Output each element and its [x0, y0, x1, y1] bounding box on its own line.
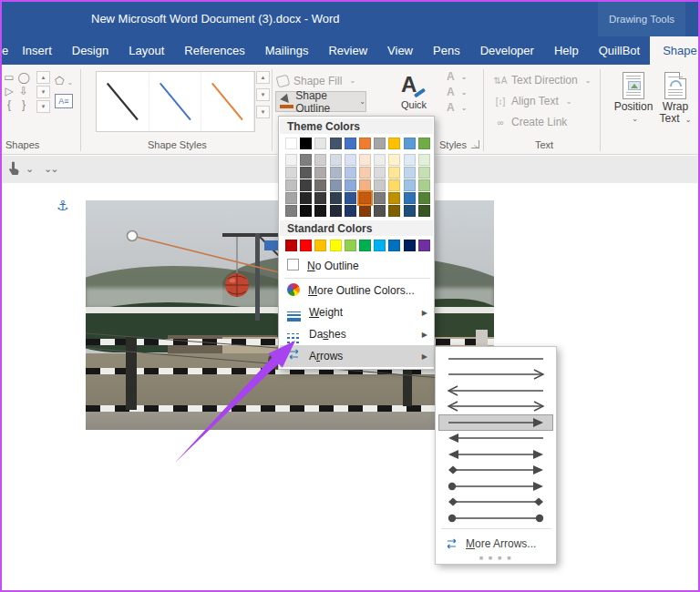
edit-shape-button[interactable]: ⬠⌄	[55, 72, 73, 88]
color-swatch[interactable]	[345, 154, 356, 166]
color-swatch[interactable]	[374, 138, 386, 149]
align-text-button[interactable]: [↕] Align Text⌄	[494, 95, 572, 107]
tab-insert[interactable]: Insert	[12, 36, 62, 65]
menu-item-dashes[interactable]: Dashes▶	[280, 323, 434, 345]
text-outline-button[interactable]: A⌄	[447, 86, 467, 98]
color-swatch[interactable]	[330, 154, 342, 166]
color-swatch[interactable]	[418, 138, 430, 149]
color-swatch[interactable]	[404, 240, 416, 251]
color-swatch[interactable]	[359, 240, 371, 251]
color-swatch[interactable]	[330, 138, 342, 149]
color-swatch[interactable]	[330, 205, 342, 217]
color-swatch[interactable]	[404, 167, 416, 179]
collapse-ribbon-icon[interactable]: ⌄⌄	[44, 163, 57, 175]
shape-outline-button[interactable]: Shape Outline⌄	[275, 91, 366, 112]
shape-styles-gallery[interactable]	[96, 71, 255, 132]
color-swatch[interactable]	[330, 240, 342, 251]
color-swatch[interactable]	[374, 192, 386, 204]
tab-references[interactable]: References	[174, 36, 254, 65]
color-swatch[interactable]	[285, 240, 297, 251]
color-swatch[interactable]	[314, 192, 326, 204]
tab-layout[interactable]: Layout	[118, 36, 174, 65]
color-swatch[interactable]	[388, 154, 400, 166]
color-swatch[interactable]	[300, 179, 312, 191]
rectangle-shape-icon[interactable]: ▭	[2, 70, 16, 84]
color-swatch[interactable]	[404, 192, 416, 204]
color-swatch[interactable]	[285, 179, 297, 191]
wordart-dialog-launcher-icon[interactable]	[471, 140, 479, 148]
triangle-shape-icon[interactable]: ▷	[2, 84, 16, 97]
arrow-style-10[interactable]	[438, 495, 553, 511]
tab-help[interactable]: Help	[544, 36, 589, 65]
color-swatch[interactable]	[359, 138, 371, 149]
color-swatch[interactable]	[404, 154, 416, 166]
color-swatch[interactable]	[359, 179, 371, 191]
color-swatch[interactable]	[285, 205, 297, 217]
color-swatch[interactable]	[418, 240, 430, 251]
styles-scroll-up-button[interactable]: ▴	[256, 71, 270, 84]
color-swatch[interactable]	[404, 138, 416, 149]
color-swatch[interactable]	[374, 167, 386, 179]
color-swatch[interactable]	[314, 205, 326, 217]
color-swatch[interactable]	[345, 205, 356, 217]
tab-review[interactable]: Review	[318, 36, 377, 65]
shape-fill-button[interactable]: Shape Fill⌄	[277, 72, 361, 89]
arrow-style-1[interactable]	[438, 351, 553, 367]
color-swatch[interactable]	[388, 138, 400, 149]
color-swatch[interactable]	[345, 240, 356, 251]
arrow-style-3[interactable]	[438, 383, 553, 399]
wrap-text-button[interactable]: WrapText ⌄	[653, 72, 698, 126]
color-swatch[interactable]	[330, 179, 342, 191]
arrow-style-5[interactable]	[438, 414, 553, 431]
color-swatch[interactable]	[404, 179, 416, 191]
menu-item-no-outline[interactable]: No Outline	[280, 255, 434, 277]
color-swatch[interactable]	[300, 138, 312, 149]
brace-left-shape-icon[interactable]: {	[2, 97, 16, 111]
styles-scroll-down-button[interactable]: ▾	[256, 88, 270, 101]
color-swatch[interactable]	[359, 167, 371, 179]
shapes-scroll-down-button[interactable]: ▾	[36, 86, 50, 98]
brace-right-shape-icon[interactable]: }	[16, 97, 31, 111]
tab-quillbot[interactable]: QuillBot	[589, 36, 651, 65]
color-swatch[interactable]	[300, 240, 312, 251]
shapes-gallery[interactable]: ▭◯ ▷⇩ {}	[2, 70, 36, 111]
color-swatch[interactable]	[285, 167, 297, 179]
color-swatch[interactable]	[285, 154, 297, 166]
color-swatch[interactable]	[404, 205, 416, 217]
create-link-button[interactable]: ∞ Create Link	[494, 116, 567, 128]
color-swatch[interactable]	[285, 138, 297, 149]
arrow-style-4[interactable]	[438, 399, 553, 415]
color-swatch[interactable]	[314, 179, 326, 191]
color-swatch[interactable]	[374, 205, 386, 217]
shape-style-preset-blue[interactable]	[149, 72, 202, 131]
tab-mailings[interactable]: Mailings	[255, 36, 319, 65]
color-swatch[interactable]	[388, 205, 400, 217]
color-swatch[interactable]	[388, 192, 400, 204]
color-swatch[interactable]	[374, 154, 386, 166]
position-button[interactable]: Position⌄	[611, 72, 656, 123]
oval-shape-icon[interactable]: ◯	[16, 70, 31, 84]
tab-shape-format[interactable]: Shape Format	[650, 36, 700, 65]
tab-developer[interactable]: Developer	[470, 36, 544, 65]
color-swatch[interactable]	[314, 154, 326, 166]
tab-e[interactable]: e	[2, 36, 12, 65]
color-swatch[interactable]	[418, 167, 430, 179]
color-swatch[interactable]	[330, 192, 342, 204]
color-swatch[interactable]	[345, 179, 356, 191]
chevron-down-icon[interactable]: ⌄	[26, 163, 34, 175]
shape-style-preset-orange[interactable]	[201, 72, 254, 131]
tab-view[interactable]: View	[377, 36, 423, 65]
arrow-style-9[interactable]	[438, 478, 553, 495]
arrow-style-6[interactable]	[438, 431, 553, 447]
more-arrows-button[interactable]: More Arrows...	[438, 533, 553, 555]
color-swatch[interactable]	[359, 192, 371, 204]
menu-item-weight[interactable]: Weight▶	[280, 301, 434, 323]
color-swatch[interactable]	[314, 138, 326, 149]
tab-pens[interactable]: Pens	[423, 36, 470, 65]
quick-styles-button[interactable]: A Quick	[401, 72, 427, 110]
arrow-style-8[interactable]	[438, 463, 553, 479]
color-swatch[interactable]	[359, 205, 371, 217]
color-swatch[interactable]	[418, 179, 430, 191]
text-direction-button[interactable]: ⇅A Text Direction⌄	[494, 74, 591, 87]
arrow-style-2[interactable]	[438, 367, 553, 383]
